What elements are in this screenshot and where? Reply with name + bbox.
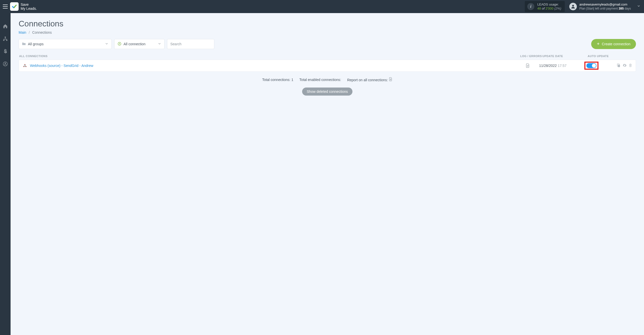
folder-icon <box>22 42 26 46</box>
highlight-annotation <box>584 62 598 70</box>
th-update-date: Update date <box>542 55 588 58</box>
user-email: andrewsavemyleads@gmail.com <box>579 3 631 7</box>
show-deleted-button[interactable]: Show deleted connections <box>302 88 352 96</box>
webhook-icon <box>22 63 27 68</box>
brand-logo[interactable]: Save My Leads. <box>10 2 37 11</box>
groups-dropdown-label: All groups <box>28 42 105 46</box>
play-circle-icon <box>117 42 122 47</box>
create-connection-label: Create connection <box>602 42 630 46</box>
hamburger-icon <box>3 5 8 9</box>
menu-toggle-button[interactable] <box>2 3 9 10</box>
nav-account[interactable] <box>2 61 8 67</box>
leads-usage-box: i LEADS usage: 48 of 2'000 (2%) <box>525 1 565 12</box>
left-sidebar: $ <box>0 13 11 335</box>
svg-rect-2 <box>3 40 5 41</box>
user-info: andrewsavemyleads@gmail.com Plan |Start|… <box>579 3 631 10</box>
connection-log-button[interactable] <box>516 63 539 68</box>
report-all-connections: Report on all connections: <box>347 77 392 82</box>
report-download-button[interactable] <box>389 78 392 82</box>
top-bar: Save My Leads. i LEADS usage: 48 of 2'00… <box>0 0 644 13</box>
status-dropdown[interactable]: All connection <box>114 39 165 49</box>
trash-icon <box>629 63 632 67</box>
plus-icon <box>597 42 600 46</box>
main-content: Connections Main / Connections All group… <box>11 13 644 335</box>
user-menu[interactable]: andrewsavemyleads@gmail.com Plan |Start|… <box>569 3 640 10</box>
page-title: Connections <box>19 19 636 28</box>
breadcrumb-main-link[interactable]: Main <box>19 30 26 34</box>
auto-update-toggle[interactable] <box>586 63 596 68</box>
breadcrumb-separator: / <box>29 30 30 34</box>
usage-label: LEADS usage: <box>537 3 561 7</box>
copy-button[interactable] <box>617 63 621 68</box>
user-menu-chevron[interactable] <box>637 4 640 9</box>
document-icon <box>526 63 530 68</box>
person-icon <box>571 4 576 9</box>
total-enabled-connections: Total enabled connections: <box>299 78 341 82</box>
status-dropdown-label: All connection <box>124 42 158 46</box>
checkmark-icon <box>12 4 17 9</box>
avatar-icon <box>569 3 577 10</box>
search-input-wrap <box>167 39 214 49</box>
search-input[interactable] <box>170 42 211 46</box>
brand-line1: Save <box>21 3 37 7</box>
chevron-down-icon <box>105 42 108 46</box>
user-circle-icon <box>3 61 8 66</box>
user-plan: Plan |Start| left until payment 385 days <box>579 7 631 11</box>
groups-dropdown[interactable]: All groups <box>19 39 112 49</box>
svg-point-0 <box>572 5 574 7</box>
svg-rect-1 <box>5 37 6 38</box>
nav-connections[interactable] <box>2 36 8 42</box>
sitemap-icon <box>3 36 8 41</box>
svg-text:$: $ <box>4 49 7 54</box>
chevron-down-icon <box>158 42 161 46</box>
th-log-errors: Log / Errors <box>520 55 542 58</box>
create-connection-button[interactable]: Create connection <box>591 39 636 49</box>
total-connections: Total connections: 1 <box>262 78 293 82</box>
brand-line2: My Leads. <box>21 7 37 11</box>
connection-actions <box>612 63 632 68</box>
info-icon: i <box>527 3 534 10</box>
chevron-down-icon <box>637 4 640 8</box>
logo-mark <box>10 2 19 11</box>
th-auto-update: Auto update <box>588 55 615 58</box>
nav-home[interactable] <box>2 23 8 29</box>
connection-name-link[interactable]: Webhooks (source) - SendGrid - Andrew <box>30 64 516 68</box>
home-icon <box>3 24 8 29</box>
controls-row: All groups All connection <box>19 39 636 49</box>
connection-row: Webhooks (source) - SendGrid - Andrew 11… <box>19 60 636 72</box>
gear-icon <box>623 63 627 67</box>
connection-update-date: 11/28/2022 17:57 <box>539 64 584 68</box>
svg-rect-11 <box>618 65 620 67</box>
breadcrumb: Main / Connections <box>19 30 636 34</box>
table-header: All connections Log / Errors Update date… <box>19 55 636 60</box>
brand-text: Save My Leads. <box>21 3 37 11</box>
delete-button[interactable] <box>629 63 632 68</box>
document-icon <box>389 77 392 81</box>
svg-point-6 <box>5 63 6 64</box>
summary-row: Total connections: 1 Total enabled conne… <box>19 77 636 82</box>
connection-auto-update <box>584 62 612 70</box>
copy-icon <box>617 63 621 67</box>
th-all-connections: All connections <box>19 55 520 58</box>
usage-values: 48 of 2'000 (2%) <box>537 7 561 11</box>
nav-billing[interactable]: $ <box>2 48 8 54</box>
breadcrumb-current: Connections <box>32 30 52 34</box>
dollar-icon: $ <box>4 49 7 54</box>
svg-rect-3 <box>6 40 7 41</box>
settings-button[interactable] <box>623 63 627 68</box>
